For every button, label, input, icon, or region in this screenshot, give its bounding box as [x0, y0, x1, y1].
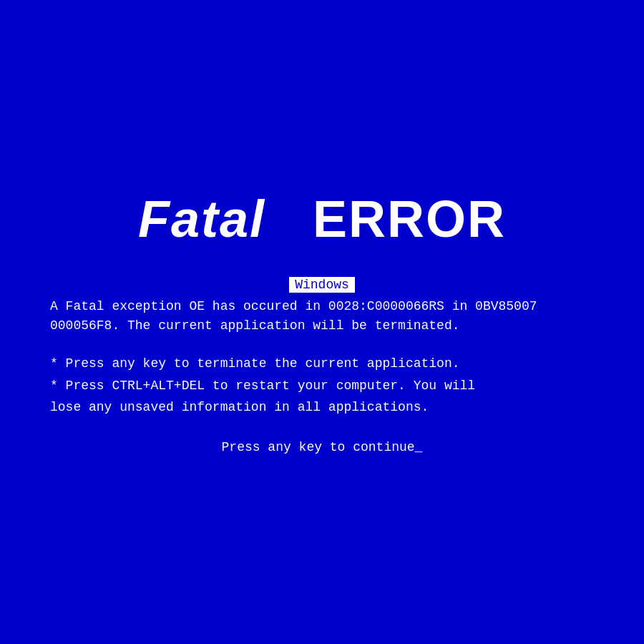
fatal-word: Fatal — [138, 190, 265, 248]
error-description: A Fatal exception OE has occured in 0028… — [50, 297, 594, 336]
error-line2: 000056F8. The current application will b… — [50, 318, 460, 333]
error-line1: A Fatal exception OE has occured in 0028… — [50, 299, 537, 313]
bsod-screen: Fatal ERROR Windows A Fatal exception OE… — [0, 0, 644, 644]
instruction-1: * Press any key to terminate the current… — [50, 353, 594, 375]
windows-label-wrapper: Windows — [50, 277, 594, 293]
content-block: Windows A Fatal exception OE has occured… — [50, 277, 594, 454]
error-word: ERROR — [313, 190, 506, 248]
windows-label: Windows — [289, 277, 355, 293]
fatal-error-title: Fatal ERROR — [138, 190, 506, 248]
instruction-2: * Press CTRL+ALT+DEL to restart your com… — [50, 375, 594, 397]
instruction-2b: lose any unsaved information in all appl… — [50, 396, 594, 419]
instructions-block: * Press any key to terminate the current… — [50, 353, 594, 419]
continue-prompt: Press any key to continue_ — [50, 440, 594, 454]
